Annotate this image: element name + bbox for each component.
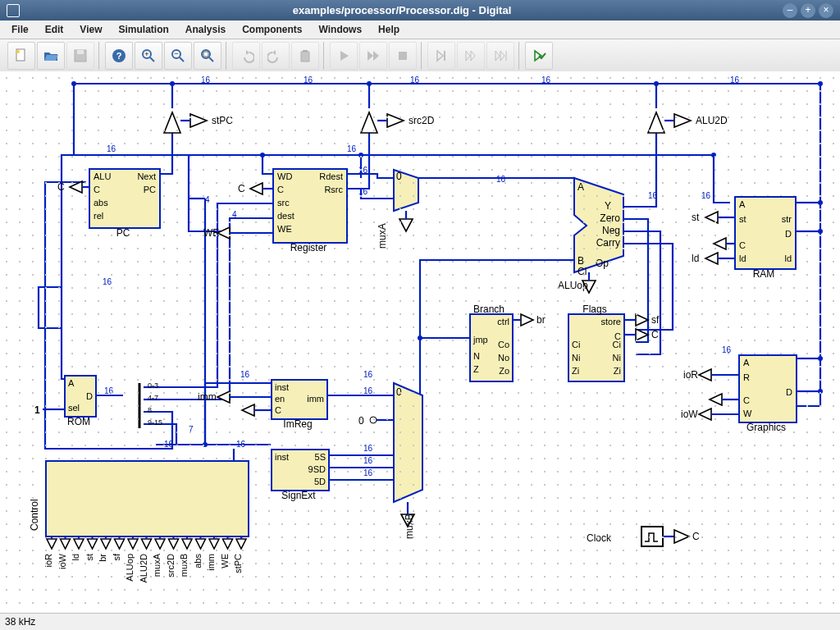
- component-flags[interactable]: store C Ci Ni Zi Ci Ni Zi: [568, 313, 625, 382]
- control-out-arrow: [142, 539, 152, 549]
- stop-button[interactable]: [389, 42, 417, 70]
- zoom-in-button[interactable]: +: [135, 42, 162, 70]
- component-branch[interactable]: ctrl jmp N Z Co No Zo: [469, 313, 514, 382]
- maximize-button[interactable]: +: [801, 3, 815, 18]
- svg-line-13: [209, 57, 213, 62]
- zoom-fit-button[interactable]: [194, 42, 221, 70]
- svg-text:16: 16: [730, 75, 740, 84]
- control-out-label: WE: [220, 554, 230, 568]
- status-frequency: 38 kHz: [5, 616, 35, 628]
- control-out-label: br: [98, 554, 107, 562]
- svg-point-52: [711, 153, 716, 158]
- menu-analysis[interactable]: Analysis: [177, 22, 234, 37]
- svg-text:stPC: stPC: [212, 115, 233, 126]
- menu-help[interactable]: Help: [370, 22, 408, 37]
- control-out-label: imm: [206, 554, 216, 571]
- menu-bar: File Edit View Simulation Analysis Compo…: [0, 21, 840, 39]
- menu-simulation[interactable]: Simulation: [110, 22, 176, 37]
- minimize-button[interactable]: –: [783, 3, 797, 18]
- svg-text:Ci: Ci: [578, 266, 587, 277]
- open-file-button[interactable]: [37, 42, 65, 70]
- svg-text:Op: Op: [596, 258, 609, 269]
- control-out-arrow: [155, 539, 165, 549]
- zoom-out-button[interactable]: −: [164, 42, 192, 70]
- label-signext: SignExt: [271, 490, 326, 501]
- svg-text:src2D: src2D: [409, 115, 435, 126]
- svg-point-46: [367, 81, 372, 86]
- svg-text:16: 16: [358, 187, 368, 196]
- schematic-canvas[interactable]: 16 16 16 16 16 16 16 16 16 16 16 16 16 1…: [0, 71, 840, 614]
- component-imreg[interactable]: inst en C imm: [271, 379, 328, 420]
- svg-text:C: C: [651, 329, 659, 340]
- svg-text:16: 16: [722, 345, 732, 354]
- control-out-label: ioW: [57, 553, 67, 569]
- control-out-arrow: [169, 539, 179, 549]
- label-flags: Flags: [568, 304, 622, 315]
- run-to-break-button[interactable]: [359, 42, 387, 70]
- component-graphics[interactable]: A R C W D: [738, 354, 797, 423]
- control-out-label: sf: [112, 553, 121, 561]
- svg-text:C: C: [57, 181, 65, 193]
- svg-text:16: 16: [363, 456, 373, 465]
- micro-step-button[interactable]: [486, 42, 514, 70]
- component-pc[interactable]: ALU C abs rel Next PC: [89, 168, 161, 229]
- svg-text:ALUop: ALUop: [558, 280, 588, 291]
- label-branch: Branch: [464, 304, 514, 315]
- redo-button[interactable]: [262, 42, 290, 70]
- run-button[interactable]: [330, 42, 358, 70]
- mux-b: 0 0 muxB: [358, 383, 422, 539]
- svg-text:16: 16: [410, 75, 420, 84]
- component-ram[interactable]: A st C ld str D ld: [734, 196, 797, 270]
- svg-text:4-7: 4-7: [148, 394, 158, 402]
- label-register: Register: [272, 242, 345, 253]
- svg-text:16: 16: [103, 277, 112, 286]
- component-rom[interactable]: A sel D: [64, 375, 97, 418]
- svg-text:16: 16: [701, 191, 711, 200]
- svg-text:ioR: ioR: [683, 369, 698, 381]
- svg-text:A: A: [578, 181, 584, 193]
- svg-point-45: [170, 81, 175, 86]
- run-tests-button[interactable]: [525, 42, 553, 70]
- svg-text:B: B: [578, 255, 584, 267]
- control-out-arrow: [74, 539, 84, 549]
- close-button[interactable]: ×: [819, 3, 833, 18]
- component-signext[interactable]: inst 5S 9SD 5D: [271, 449, 330, 491]
- undo-button[interactable]: [232, 42, 260, 70]
- control-out-arrow: [223, 539, 233, 549]
- status-bar: 38 kHz: [0, 613, 840, 630]
- save-button[interactable]: [66, 42, 94, 70]
- rom-sel-const: 1: [34, 404, 64, 416]
- menu-view[interactable]: View: [71, 22, 110, 37]
- clock-component: Clock C: [587, 527, 700, 546]
- component-control[interactable]: [45, 460, 249, 537]
- component-register[interactable]: WD C src dest WE Rdest Rsrc: [272, 168, 348, 244]
- svg-point-54: [818, 229, 823, 234]
- svg-point-53: [818, 200, 823, 205]
- new-file-button[interactable]: [7, 42, 35, 70]
- svg-text:−: −: [174, 49, 178, 57]
- step-all-button[interactable]: [457, 42, 485, 70]
- svg-text:16: 16: [104, 386, 114, 395]
- menu-file[interactable]: File: [3, 22, 37, 37]
- mux-a: 0 muxA: [377, 170, 418, 249]
- svg-text:muxB: muxB: [404, 514, 415, 539]
- svg-text:Clock: Clock: [587, 532, 612, 544]
- control-out-label: ALUop: [125, 554, 135, 582]
- svg-text:16: 16: [201, 75, 211, 84]
- control-out-arrow: [182, 539, 192, 549]
- svg-text:?: ?: [116, 51, 122, 61]
- menu-edit[interactable]: Edit: [37, 22, 72, 37]
- menu-components[interactable]: Components: [234, 22, 310, 37]
- svg-rect-115: [641, 527, 663, 546]
- svg-text:16: 16: [240, 370, 250, 379]
- svg-text:16: 16: [363, 370, 373, 379]
- svg-point-47: [654, 81, 659, 86]
- svg-text:st: st: [692, 212, 700, 223]
- svg-text:ld: ld: [692, 253, 699, 264]
- menu-windows[interactable]: Windows: [311, 22, 371, 37]
- delete-button[interactable]: [291, 42, 319, 70]
- svg-text:16: 16: [363, 386, 373, 395]
- step-button[interactable]: [427, 42, 455, 70]
- svg-text:16: 16: [648, 191, 658, 200]
- help-button[interactable]: ?: [105, 42, 133, 70]
